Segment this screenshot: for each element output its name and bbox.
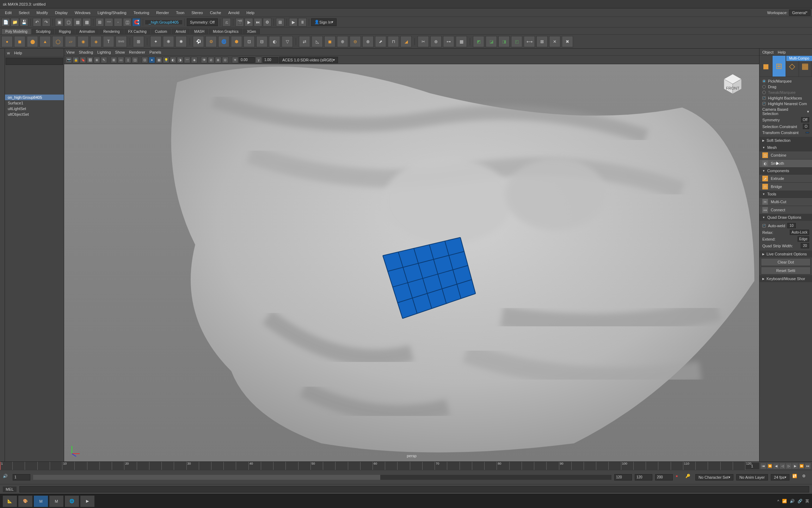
step-back-frame-icon[interactable]: ◀ xyxy=(773,463,779,469)
spherical-harmonics-icon[interactable]: ❋ xyxy=(163,36,174,47)
trans-constraint-dropdown[interactable] xyxy=(806,132,809,133)
viewcube[interactable]: FRONT xyxy=(720,71,745,96)
bridge-button[interactable]: ⊓Bridge xyxy=(759,182,812,190)
ipr-render-icon[interactable]: ▶ xyxy=(245,18,253,26)
poly-sphere-icon[interactable]: ● xyxy=(1,36,13,47)
menu-windows[interactable]: Windows xyxy=(71,8,94,17)
select-by-hierarchy-icon[interactable]: ▣ xyxy=(55,18,63,26)
poly-disc-icon[interactable]: ◉ xyxy=(78,36,89,47)
film-gate-icon[interactable]: ▭ xyxy=(118,57,124,63)
poly-cylinder-icon[interactable]: ⬤ xyxy=(27,36,38,47)
auto-weld-field[interactable]: 10 xyxy=(787,223,796,228)
pipe-icon[interactable]: ⬢ xyxy=(231,36,242,47)
poly-torus-icon[interactable]: ◯ xyxy=(52,36,63,47)
cube-shelf-icon[interactable]: ◼ xyxy=(324,36,336,47)
panel-layout-icon[interactable]: ⊞ xyxy=(276,18,284,26)
taskbar-edge[interactable]: 🌐 xyxy=(65,496,79,507)
smooth-shade-icon[interactable]: ● xyxy=(149,57,155,63)
shelf-tab-xgen[interactable]: XGen xyxy=(243,29,260,34)
xray-joints-icon[interactable]: ⊗ xyxy=(215,57,221,63)
textured-icon[interactable]: ▦ xyxy=(156,57,162,63)
drag-radio[interactable] xyxy=(762,85,766,89)
outliner-item[interactable] xyxy=(5,83,64,89)
use-lights-icon[interactable]: 💡 xyxy=(163,57,169,63)
motion-blur-icon[interactable]: 〰 xyxy=(184,57,190,63)
prefs-icon[interactable]: ⚙ xyxy=(802,474,809,481)
snap-grid-icon[interactable]: ⊞ xyxy=(96,18,104,26)
audio-icon[interactable]: 🔊 xyxy=(3,474,10,481)
outliner-item-group[interactable]: on_high:Group8405 xyxy=(5,95,64,100)
menu-lighting[interactable]: Lighting/Shading xyxy=(94,8,130,17)
object-mode-icon[interactable]: ◼ xyxy=(759,56,773,77)
combine-icon[interactable]: ⊡ xyxy=(244,36,255,47)
tools-header[interactable]: ▼Tools xyxy=(759,190,812,198)
tweak-radio[interactable] xyxy=(762,91,766,94)
helix-icon[interactable]: 🌀 xyxy=(218,36,229,47)
connect-button[interactable]: ⊶Connect xyxy=(759,206,812,214)
grease-pencil-icon[interactable]: ✎ xyxy=(101,57,107,63)
superellipse-icon[interactable]: ✦ xyxy=(150,36,161,47)
symmetry-dropdown[interactable]: Symmetry: Off xyxy=(187,18,218,26)
panel-menu-shading[interactable]: Shading xyxy=(79,50,93,54)
reset-settings-button[interactable]: Reset Setti xyxy=(761,267,811,274)
poly-type-icon[interactable]: T xyxy=(103,36,114,47)
taskbar-app-4[interactable]: M xyxy=(49,496,63,507)
shelf-tab-polymodeling[interactable]: Poly Modeling xyxy=(1,29,31,34)
relax-dropdown[interactable]: Auto-Lock xyxy=(790,230,809,235)
time-ruler[interactable]: 1102030405060708090100110120 xyxy=(0,462,745,470)
sel-constraint-dropdown[interactable]: O xyxy=(803,124,809,129)
render-icon[interactable]: 🎬 xyxy=(235,18,244,26)
play-icon[interactable]: ▶ xyxy=(289,18,297,26)
command-input[interactable] xyxy=(19,486,809,492)
boolean-inter-icon[interactable]: ⊗ xyxy=(362,36,374,47)
fps-dropdown[interactable]: 24 fps ▾ xyxy=(771,474,789,480)
character-set-dropdown[interactable]: No Character Set ▾ xyxy=(695,474,733,480)
highlight-backfaces-check[interactable] xyxy=(762,96,766,100)
select-multi-icon[interactable]: ▩ xyxy=(82,18,91,26)
exposure-field[interactable]: 0.00 xyxy=(239,57,255,63)
anti-alias-icon[interactable]: ◈ xyxy=(191,57,197,63)
right-menu-help[interactable]: Help xyxy=(778,50,786,54)
slide-edge-icon[interactable]: ⟷ xyxy=(524,36,535,47)
highlight-nearest-check[interactable] xyxy=(762,102,766,105)
outliner-menu-help[interactable]: Help xyxy=(14,51,22,55)
snap-live-icon[interactable]: 🧲 xyxy=(132,18,141,26)
shelf-tab-animation[interactable]: Animation xyxy=(75,29,99,34)
range-slider-track[interactable] xyxy=(33,475,611,480)
multi-cut-button[interactable]: ✂Multi-Cut xyxy=(759,198,812,206)
tray-volume-icon[interactable]: 🔊 xyxy=(790,499,795,503)
taskbar-app-1[interactable]: 📐 xyxy=(3,496,17,507)
resolution-gate-icon[interactable]: ▯ xyxy=(125,57,131,63)
gate-mask-icon[interactable]: ◫ xyxy=(132,57,138,63)
mirror-icon[interactable]: ⇄ xyxy=(299,36,310,47)
shelf-tab-sculpting[interactable]: Sculpting xyxy=(32,29,54,34)
snap-plane-icon[interactable]: ◫ xyxy=(123,18,131,26)
menu-arnold[interactable]: Arnold xyxy=(224,8,243,17)
step-forward-key-icon[interactable]: ⏩ xyxy=(799,463,804,469)
connect-icon[interactable]: ⊶ xyxy=(443,36,454,47)
menu-select[interactable]: Select xyxy=(15,8,33,17)
redo-icon[interactable]: ↷ xyxy=(42,18,50,26)
poly-cone-icon[interactable]: ▲ xyxy=(39,36,51,47)
shelf-tab-arnold[interactable]: Arnold xyxy=(172,29,190,34)
bridge-shelf-icon[interactable]: ⊓ xyxy=(388,36,399,47)
auto-key-icon[interactable]: ● xyxy=(676,474,683,481)
sweep-mesh-icon[interactable]: ⊞ xyxy=(133,36,144,47)
menu-help[interactable]: Help xyxy=(243,8,258,17)
quad-draw-icon[interactable]: ▦ xyxy=(456,36,467,47)
tray-network-icon[interactable]: 📶 xyxy=(782,499,787,503)
xray-icon[interactable]: ⊘ xyxy=(208,57,214,63)
taskbar-app-2[interactable]: 🎨 xyxy=(18,496,32,507)
panel-menu-show[interactable]: Show xyxy=(115,50,125,54)
select-camera-icon[interactable]: 📷 xyxy=(66,57,72,63)
svg-icon[interactable]: SVG xyxy=(116,36,127,47)
menu-edit[interactable]: Edit xyxy=(1,8,15,17)
live-constraint-header[interactable]: ▶Live Constraint Options xyxy=(759,250,812,258)
flip-edge-icon[interactable]: ⊠ xyxy=(536,36,548,47)
exposure-icon[interactable]: ☀ xyxy=(232,57,238,63)
gamma-field[interactable]: 1.00 xyxy=(263,57,278,63)
select-by-object-icon[interactable]: ▢ xyxy=(64,18,73,26)
smooth-button[interactable]: ◐Smooth xyxy=(759,159,812,167)
shelf-tab-fxcaching[interactable]: FX Caching xyxy=(124,29,150,34)
panel-menu-lighting[interactable]: Lighting xyxy=(97,50,111,54)
